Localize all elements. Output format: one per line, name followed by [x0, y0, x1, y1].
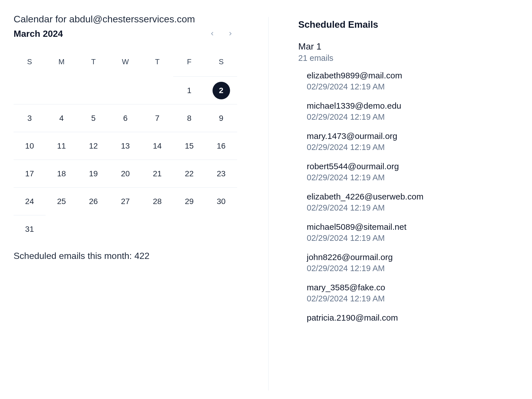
day-number: 7 — [149, 110, 166, 127]
day-number: 27 — [117, 193, 134, 210]
day-number: 10 — [21, 137, 38, 155]
day-cell[interactable]: 12 — [78, 132, 110, 160]
day-number: 9 — [213, 110, 230, 127]
email-timestamp: 02/29/2024 12:19 AM — [307, 112, 501, 122]
email-item[interactable]: mary_3585@fake.co02/29/2024 12:19 AM — [307, 283, 501, 303]
day-cell[interactable]: 26 — [78, 187, 110, 215]
day-cell[interactable]: 21 — [141, 160, 173, 187]
day-cell[interactable]: 4 — [46, 104, 78, 132]
day-cell-empty — [141, 215, 173, 243]
day-cell[interactable]: 2 — [205, 76, 237, 104]
day-cell[interactable]: 7 — [141, 104, 173, 132]
day-number: 26 — [85, 193, 102, 210]
scheduled-date-label: Mar 1 — [298, 41, 501, 52]
email-address: patricia.2190@mail.com — [307, 313, 501, 323]
email-timestamp: 02/29/2024 12:19 AM — [307, 233, 501, 243]
day-number: 12 — [85, 137, 102, 155]
dow-header: M — [46, 54, 78, 70]
email-item[interactable]: elizabeth9899@mail.com02/29/2024 12:19 A… — [307, 71, 501, 91]
email-address: michael5089@sitemail.net — [307, 222, 501, 232]
day-number: 15 — [181, 137, 198, 155]
day-cell[interactable]: 24 — [14, 187, 46, 215]
day-cell[interactable]: 29 — [173, 187, 205, 215]
day-number: 31 — [21, 220, 38, 238]
day-number: 22 — [181, 165, 198, 183]
day-cell[interactable]: 18 — [46, 160, 78, 187]
dow-header: T — [141, 54, 173, 70]
day-number: 5 — [85, 110, 102, 127]
day-number: 18 — [53, 165, 70, 183]
day-cell[interactable]: 30 — [205, 187, 237, 215]
day-cell[interactable]: 20 — [110, 160, 141, 187]
email-item[interactable]: elizabeth_4226@userweb.com02/29/2024 12:… — [307, 192, 501, 213]
dow-header: W — [110, 54, 141, 70]
day-number: 25 — [53, 193, 70, 210]
day-number: 19 — [85, 165, 102, 183]
dow-header: T — [78, 54, 110, 70]
day-cell[interactable]: 9 — [205, 104, 237, 132]
day-cell[interactable]: 10 — [14, 132, 46, 160]
prev-month-button[interactable] — [205, 27, 219, 40]
day-number: 28 — [149, 193, 166, 210]
email-address: mary.1473@ourmail.org — [307, 131, 501, 141]
day-cell[interactable]: 19 — [78, 160, 110, 187]
calendar-grid: SMTWTFS 12345678910111213141516171819202… — [14, 54, 237, 243]
day-cell[interactable]: 16 — [205, 132, 237, 160]
month-summary: Scheduled emails this month: 422 — [14, 251, 255, 261]
day-cell[interactable]: 31 — [14, 215, 46, 243]
day-cell-empty — [110, 215, 141, 243]
dow-header: S — [14, 54, 46, 70]
left-panel: Calendar for abdul@chestersservices.com … — [14, 14, 268, 391]
day-cell[interactable]: 6 — [110, 104, 141, 132]
day-number: 8 — [181, 110, 198, 127]
day-number: 4 — [53, 110, 70, 127]
day-number: 16 — [213, 137, 230, 155]
email-item[interactable]: michael5089@sitemail.net02/29/2024 12:19… — [307, 222, 501, 243]
scheduled-count-label: 21 emails — [298, 53, 501, 63]
day-number: 17 — [21, 165, 38, 183]
day-number: 14 — [149, 137, 166, 155]
email-item[interactable]: robert5544@ourmail.org02/29/2024 12:19 A… — [307, 162, 501, 182]
day-cell-empty — [173, 215, 205, 243]
right-panel: Scheduled Emails Mar 1 21 emails elizabe… — [269, 14, 501, 391]
email-timestamp: 02/29/2024 12:19 AM — [307, 82, 501, 91]
day-number: 20 — [117, 165, 134, 183]
email-item[interactable]: michael1339@demo.edu02/29/2024 12:19 AM — [307, 101, 501, 122]
day-cell-empty — [78, 215, 110, 243]
day-cell-empty — [46, 215, 78, 243]
email-item[interactable]: john8226@ourmail.org02/29/2024 12:19 AM — [307, 252, 501, 273]
day-number: 24 — [21, 193, 38, 210]
email-list: elizabeth9899@mail.com02/29/2024 12:19 A… — [298, 71, 501, 323]
day-number: 3 — [21, 110, 38, 127]
day-cell[interactable]: 22 — [173, 160, 205, 187]
day-cell[interactable]: 8 — [173, 104, 205, 132]
day-number: 23 — [213, 165, 230, 183]
day-cell[interactable]: 1 — [173, 76, 205, 104]
day-cell[interactable]: 14 — [141, 132, 173, 160]
day-cell[interactable]: 25 — [46, 187, 78, 215]
month-label: March 2024 — [14, 29, 63, 39]
day-number: 6 — [117, 110, 134, 127]
email-timestamp: 02/29/2024 12:19 AM — [307, 264, 501, 273]
day-cell[interactable]: 27 — [110, 187, 141, 215]
day-cell-empty — [46, 76, 78, 104]
day-cell[interactable]: 17 — [14, 160, 46, 187]
day-cell[interactable]: 15 — [173, 132, 205, 160]
day-number: 30 — [213, 193, 230, 210]
day-cell[interactable]: 11 — [46, 132, 78, 160]
day-number: 29 — [181, 193, 198, 210]
day-cell[interactable]: 3 — [14, 104, 46, 132]
email-item[interactable]: mary.1473@ourmail.org02/29/2024 12:19 AM — [307, 131, 501, 152]
email-timestamp: 02/29/2024 12:19 AM — [307, 294, 501, 303]
next-month-button[interactable] — [224, 27, 237, 40]
day-cell-empty — [78, 76, 110, 104]
day-cell-empty — [141, 76, 173, 104]
chevron-right-icon — [227, 31, 233, 37]
day-cell[interactable]: 28 — [141, 187, 173, 215]
day-cell[interactable]: 13 — [110, 132, 141, 160]
month-nav — [205, 27, 237, 40]
email-item[interactable]: patricia.2190@mail.com — [307, 313, 501, 323]
email-address: mary_3585@fake.co — [307, 283, 501, 292]
day-cell[interactable]: 5 — [78, 104, 110, 132]
day-cell[interactable]: 23 — [205, 160, 237, 187]
